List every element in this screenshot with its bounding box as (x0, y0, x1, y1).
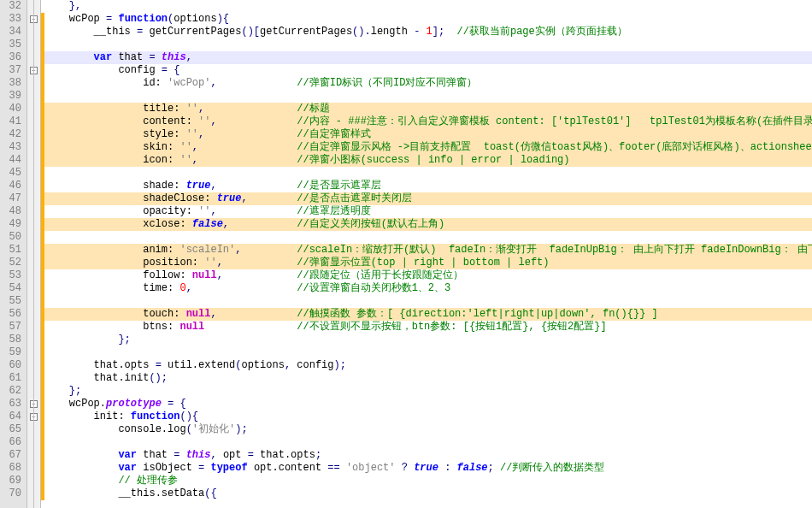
code-line[interactable]: var isObject = typeof opt.content == 'ob… (44, 462, 812, 475)
line-number: 56 (0, 308, 26, 321)
line-number: 43 (0, 141, 26, 154)
line-number: 61 (0, 372, 26, 385)
line-number: 57 (0, 321, 26, 334)
line-number: 52 (0, 257, 26, 269)
line-number: 42 (0, 128, 26, 141)
code-area[interactable]: }, wcPop = function(options){ __this = g… (44, 0, 812, 508)
line-number: 44 (0, 154, 26, 167)
line-number: 60 (0, 359, 26, 372)
line-number: 38 (0, 77, 26, 90)
line-number: 51 (0, 244, 26, 257)
code-line[interactable]: }, (44, 0, 812, 13)
line-number: 63 (0, 398, 26, 411)
code-line[interactable]: skin: '', //自定弹窗显示风格 ->目前支持配置 toast(仿微信t… (44, 141, 812, 154)
line-number: 37 (0, 64, 26, 77)
code-line[interactable] (44, 90, 812, 103)
code-line[interactable]: }; (44, 385, 812, 398)
line-number: 48 (0, 205, 26, 218)
code-line[interactable]: var that = this, opt = that.opts; (44, 449, 812, 462)
code-line[interactable]: console.log('初始化'); (44, 423, 812, 436)
line-number: 39 (0, 90, 26, 103)
code-line[interactable]: // 处理传参 (44, 475, 812, 487)
code-line[interactable]: content: '', //内容 - ###注意：引入自定义弹窗模板 cont… (44, 115, 812, 128)
code-line[interactable]: title: '', //标题 (44, 103, 812, 115)
code-line[interactable]: touch: null, //触摸函数 参数：[ {direction:'lef… (44, 308, 812, 321)
code-line[interactable] (44, 38, 812, 51)
line-number: 33 (0, 13, 26, 26)
line-number: 45 (0, 167, 26, 180)
code-line[interactable]: position: '', //弹窗显示位置(top | right | bot… (44, 257, 812, 269)
code-line[interactable]: that.init(); (44, 372, 812, 385)
line-number: 55 (0, 295, 26, 308)
code-line[interactable]: shade: true, //是否显示遮罩层 (44, 180, 812, 192)
line-number: 69 (0, 475, 26, 487)
line-number: 41 (0, 115, 26, 128)
line-number: 32 (0, 0, 26, 13)
line-number: 35 (0, 38, 26, 51)
line-number: 58 (0, 334, 26, 346)
code-line[interactable]: }; (44, 334, 812, 346)
code-line[interactable]: shadeClose: true, //是否点击遮罩时关闭层 (44, 192, 812, 205)
line-number: 40 (0, 103, 26, 115)
code-line[interactable]: btns: null //不设置则不显示按钮，btn参数: [{按钮1配置}, … (44, 321, 812, 334)
code-line[interactable]: wcPop.prototype = { (44, 398, 812, 411)
code-line[interactable]: style: '', //自定弹窗样式 (44, 128, 812, 141)
line-number: 36 (0, 51, 26, 64)
line-number: 70 (0, 487, 26, 500)
code-line[interactable]: var that = this, (44, 51, 812, 64)
code-line[interactable]: time: 0, //设置弹窗自动关闭秒数1、2、3 (44, 282, 812, 295)
code-line[interactable] (44, 231, 812, 244)
line-number: 66 (0, 436, 26, 449)
code-line[interactable]: __this = getCurrentPages()[getCurrentPag… (44, 26, 812, 38)
fold-column[interactable]: −−−− (27, 0, 41, 508)
code-line[interactable] (44, 295, 812, 308)
code-line[interactable]: anim: 'scaleIn', //scaleIn：缩放打开(默认) fade… (44, 244, 812, 257)
code-line[interactable]: init: function(){ (44, 411, 812, 423)
line-number: 67 (0, 449, 26, 462)
line-number: 62 (0, 385, 26, 398)
code-line[interactable]: opacity: '', //遮罩层透明度 (44, 205, 812, 218)
code-line[interactable] (44, 346, 812, 359)
line-number: 68 (0, 462, 26, 475)
line-number: 50 (0, 231, 26, 244)
line-number: 64 (0, 411, 26, 423)
code-line[interactable]: id: 'wcPop', //弹窗ID标识（不同ID对应不同弹窗） (44, 77, 812, 90)
code-line[interactable]: icon: '', //弹窗小图标(success | info | error… (44, 154, 812, 167)
code-line[interactable]: config = { (44, 64, 812, 77)
line-number: 34 (0, 26, 26, 38)
line-number: 47 (0, 192, 26, 205)
line-number-gutter: 3233343536373839404142434445464748495051… (0, 0, 27, 508)
code-line[interactable]: follow: null, //跟随定位（适用于长按跟随定位） (44, 269, 812, 282)
line-number: 49 (0, 218, 26, 231)
code-line[interactable]: __this.setData({ (44, 487, 812, 500)
line-number: 65 (0, 423, 26, 436)
code-line[interactable] (44, 167, 812, 180)
line-number: 54 (0, 282, 26, 295)
line-number: 46 (0, 180, 26, 192)
code-line[interactable]: that.opts = util.extend(options, config)… (44, 359, 812, 372)
code-line[interactable]: xclose: false, //自定义关闭按钮(默认右上角) (44, 218, 812, 231)
line-number: 59 (0, 346, 26, 359)
code-editor[interactable]: 3233343536373839404142434445464748495051… (0, 0, 812, 508)
line-number: 53 (0, 269, 26, 282)
code-line[interactable] (44, 436, 812, 449)
code-line[interactable]: wcPop = function(options){ (44, 13, 812, 26)
